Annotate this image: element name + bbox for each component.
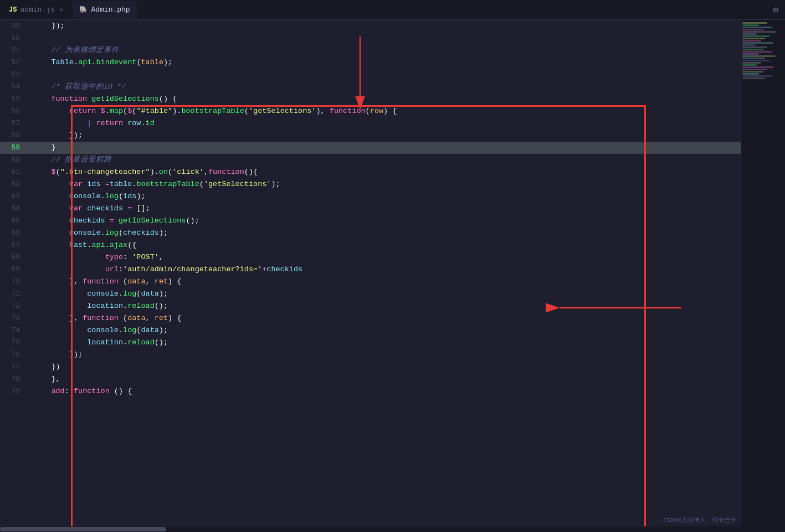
editor-body: 49 }); 50 51 // 为表格绑定事件 52 Table.api.bin… <box>0 20 785 526</box>
line-number: 54 <box>0 81 29 93</box>
code-line: $(".btn-changeteacher").on('click',funct… <box>29 166 741 178</box>
code-line: var ids =table.bootstrapTable('getSelect… <box>29 178 741 190</box>
minimap-content <box>741 20 785 82</box>
line-row: 57 | return row.id <box>0 117 741 130</box>
line-number: 61 <box>0 166 29 178</box>
line-number: 67 <box>0 239 29 251</box>
code-line: url:'auth/admin/changeteacher?ids='+chec… <box>29 264 741 276</box>
code-line: }, function (data, ret) { <box>29 312 741 324</box>
line-number: 53 <box>0 69 29 81</box>
line-number: 68 <box>0 251 29 264</box>
code-line: console.log(data); <box>29 288 741 300</box>
code-line: Table.api.bindevent(table); <box>29 56 741 69</box>
line-row: 60 // 批量设置权限 <box>0 154 741 166</box>
line-row: 68 type: 'POST', <box>0 251 741 264</box>
code-line: var checkids = []; <box>29 203 741 215</box>
line-row: 71 console.log(data); <box>0 288 741 300</box>
tab-bar: JS admin.js ✕ 🐘 Admin.php ⊞ <box>0 0 785 20</box>
line-row: 64 var checkids = []; <box>0 203 741 215</box>
code-line: // 为表格绑定事件 <box>29 44 741 56</box>
line-number: 49 <box>0 20 29 32</box>
code-line <box>29 69 741 81</box>
line-row: 72 location.reload(); <box>0 300 741 312</box>
line-number: 65 <box>0 215 29 227</box>
line-row: 62 var ids =table.bootstrapTable('getSel… <box>0 178 741 190</box>
line-number: 70 <box>0 276 29 288</box>
line-number: 75 <box>0 337 29 349</box>
line-number: 50 <box>0 32 29 44</box>
code-line: checkids = getIdSelections(); <box>29 215 741 227</box>
tab-close-js[interactable]: ✕ <box>58 6 65 14</box>
line-number: 73 <box>0 312 29 324</box>
line-number: 62 <box>0 178 29 190</box>
code-line: }) <box>29 361 741 373</box>
line-number: 72 <box>0 300 29 312</box>
code-line: function getIdSelections() { <box>29 93 741 105</box>
code-area[interactable]: 49 }); 50 51 // 为表格绑定事件 52 Table.api.bin… <box>0 20 741 526</box>
line-number: 71 <box>0 288 29 300</box>
code-line: // 批量设置权限 <box>29 154 741 166</box>
code-line: console.log(checkids); <box>29 227 741 239</box>
code-line: location.reload(); <box>29 300 741 312</box>
split-editor-icon[interactable]: ⊞ <box>773 4 778 16</box>
line-row: 63 console.log(ids); <box>0 190 741 203</box>
line-row: 70 }, function (data, ret) { <box>0 276 741 288</box>
js-icon: JS <box>9 6 17 14</box>
code-line: add: function () { <box>29 385 741 397</box>
line-row: 77 }) <box>0 361 741 373</box>
line-row: 65 checkids = getIdSelections(); <box>0 215 741 227</box>
tab-admin-js[interactable]: JS admin.js ✕ <box>2 1 71 19</box>
line-row-highlighted: 59 } <box>0 142 741 154</box>
code-line: }, function (data, ret) { <box>29 276 741 288</box>
code-line: } <box>29 142 741 154</box>
line-number: 79 <box>0 385 29 397</box>
horizontal-scrollbar[interactable] <box>0 526 785 532</box>
line-row: 61 $(".btn-changeteacher").on('click',fu… <box>0 166 741 178</box>
code-line: }, <box>29 373 741 385</box>
code-line: }); <box>29 20 741 32</box>
line-row: 58 }); <box>0 130 741 142</box>
line-number: 77 <box>0 361 29 373</box>
line-row: 50 <box>0 32 741 44</box>
line-number: 69 <box>0 264 29 276</box>
tab-admin-php-label: Admin.php <box>91 6 130 14</box>
code-line: console.log(ids); <box>29 190 741 203</box>
code-line: return $.map($("#table").bootstrapTable(… <box>29 105 741 117</box>
line-row: 73 }, function (data, ret) { <box>0 312 741 324</box>
line-row: 54 /* 获取选中的id */ <box>0 81 741 93</box>
line-number: 78 <box>0 373 29 385</box>
code-line: }); <box>29 349 741 361</box>
code-line <box>29 32 741 44</box>
code-line: console.log(data); <box>29 324 741 337</box>
watermark: CSDN@大话传人、玛卡巴卡 <box>663 516 736 524</box>
php-icon: 🐘 <box>79 6 88 14</box>
code-line: location.reload(); <box>29 337 741 349</box>
code-line: }); <box>29 130 741 142</box>
toolbar-right: ⊞ <box>773 4 783 16</box>
line-row: 55 function getIdSelections() { <box>0 93 741 105</box>
tab-admin-php[interactable]: 🐘 Admin.php <box>73 1 136 19</box>
line-number: 60 <box>0 154 29 166</box>
line-row: 69 url:'auth/admin/changeteacher?ids='+c… <box>0 264 741 276</box>
tab-admin-js-label: admin.js <box>20 6 54 14</box>
code-line: | return row.id <box>29 117 741 130</box>
line-row: 53 <box>0 69 741 81</box>
line-row: 79 add: function () { <box>0 385 741 397</box>
code-line: /* 获取选中的id */ <box>29 81 741 93</box>
line-number: 64 <box>0 203 29 215</box>
code-line: type: 'POST', <box>29 251 741 264</box>
line-row: 52 Table.api.bindevent(table); <box>0 56 741 69</box>
line-row: 74 console.log(data); <box>0 324 741 337</box>
line-number: 52 <box>0 56 29 69</box>
scrollbar-thumb[interactable] <box>0 527 166 531</box>
line-number: 76 <box>0 349 29 361</box>
line-row: 56 return $.map($("#table").bootstrapTab… <box>0 105 741 117</box>
line-row: 78 }, <box>0 373 741 385</box>
minimap <box>741 20 785 526</box>
line-row: 75 location.reload(); <box>0 337 741 349</box>
line-row: 51 // 为表格绑定事件 <box>0 44 741 56</box>
editor-container: JS admin.js ✕ 🐘 Admin.php ⊞ 49 }); 50 <box>0 0 785 532</box>
line-row: 67 Fast.api.ajax({ <box>0 239 741 251</box>
line-number: 56 <box>0 105 29 117</box>
line-row: 49 }); <box>0 20 741 32</box>
